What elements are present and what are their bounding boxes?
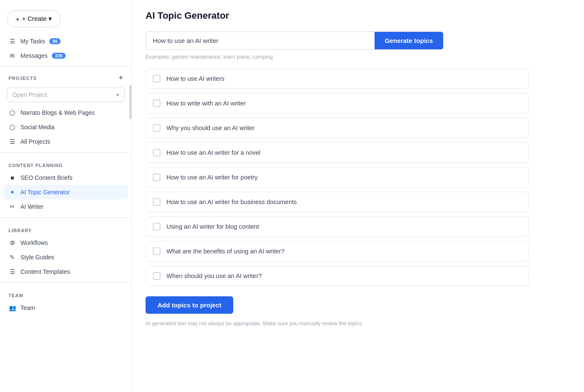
seo-icon: ■ [9, 174, 16, 182]
team-label: TEAM [0, 286, 132, 301]
sidebar-item-seo-content-briefs[interactable]: ■ SEO Content Briefs [0, 170, 132, 185]
content-planning-label: CONTENT PLANNING [0, 156, 132, 170]
topic-item[interactable]: How to use an AI writer for business doc… [146, 192, 529, 212]
project-dropdown-placeholder: Open Project [12, 91, 47, 98]
topic-checkbox[interactable] [153, 223, 160, 230]
search-bar: Generate topics [146, 31, 444, 50]
topic-item[interactable]: Why you should use an AI writer [146, 118, 529, 138]
sidebar-item-workflows[interactable]: ⚙ Workflows [0, 236, 132, 250]
ai-topic-label: AI Topic Generator [20, 189, 70, 196]
content-templates-icon: ☰ [9, 268, 16, 276]
sidebar-item-ai-writer[interactable]: ✂ AI Writer [0, 199, 132, 214]
all-projects-label: All Projects [20, 138, 50, 145]
chevron-down-icon: ▾ [116, 91, 119, 98]
library-label: LIBRARY [0, 221, 132, 236]
narrato-label: Narrato Blogs & Web Pages [20, 109, 95, 116]
page-title: AI Topic Generator [146, 10, 570, 21]
plus-icon: + [16, 15, 20, 23]
topic-item[interactable]: How to write with an AI writer [146, 93, 529, 114]
topic-text: Why you should use an AI writer [166, 125, 255, 131]
sidebar-item-ai-topic-generator[interactable]: ✦ AI Topic Generator [3, 185, 128, 199]
topic-text: How to use an AI writer for business doc… [166, 199, 297, 205]
tasks-icon: ☰ [9, 37, 16, 45]
workflows-icon: ⚙ [9, 239, 16, 247]
topic-text: How to use an AI writer for poetry [166, 174, 258, 181]
examples-text: Examples: garden maintenance, learn pian… [146, 54, 570, 60]
topic-text: How to use an AI writer for a novel [166, 149, 261, 156]
social-media-label: Social Media [20, 124, 54, 131]
team-icon: 👥 [9, 304, 16, 312]
messages-icon: ✉ [9, 52, 16, 60]
topic-item[interactable]: How to use an AI writer for poetry [146, 167, 529, 187]
topic-checkbox[interactable] [153, 99, 160, 107]
sidebar-item-social-media[interactable]: ⬡ Social Media [0, 120, 132, 134]
add-project-icon[interactable]: + [118, 74, 123, 82]
all-projects-icon: ☰ [9, 138, 16, 145]
style-guides-label: Style Guides [20, 254, 54, 261]
topic-checkbox[interactable] [153, 75, 160, 82]
ai-writer-icon: ✂ [9, 203, 16, 210]
messages-label: Messages [20, 52, 48, 59]
main-content: AI Topic Generator Generate topics Examp… [132, 0, 584, 392]
ai-writer-label: AI Writer [20, 203, 43, 210]
ai-topic-icon: ✦ [9, 188, 16, 196]
topic-text: How to use AI writers [166, 75, 224, 82]
create-label: + Create ▾ [22, 15, 52, 23]
topic-text: Using an AI writer for blog content [166, 223, 259, 230]
projects-section-label: PROJECTS [9, 76, 37, 81]
my-tasks-badge: 86 [49, 38, 60, 44]
topic-checkbox[interactable] [153, 247, 160, 255]
topic-text: When should you use an AI writer? [166, 273, 262, 279]
search-input[interactable] [146, 32, 375, 49]
sidebar-item-all-projects[interactable]: ☰ All Projects [0, 134, 132, 149]
topic-text: How to write with an AI writer [166, 100, 246, 107]
sidebar-item-style-guides[interactable]: ✎ Style Guides [0, 250, 132, 264]
topic-item[interactable]: When should you use an AI writer? [146, 266, 529, 286]
my-tasks-label: My Tasks [20, 38, 45, 45]
disclaimer-text: AI generated text may not always be appr… [146, 321, 570, 327]
create-button[interactable]: + + Create ▾ [7, 10, 61, 27]
sidebar: + + Create ▾ ☰ My Tasks 86 ✉ Messages 33… [0, 0, 132, 392]
workflows-label: Workflows [20, 239, 48, 246]
messages-badge: 336 [52, 53, 66, 59]
topic-item[interactable]: What are the benefits of using an AI wri… [146, 241, 529, 261]
topic-text: What are the benefits of using an AI wri… [166, 248, 284, 255]
seo-label: SEO Content Briefs [20, 174, 72, 181]
topic-item[interactable]: How to use an AI writer for a novel [146, 142, 529, 163]
sidebar-item-my-tasks[interactable]: ☰ My Tasks 86 [0, 34, 132, 48]
topic-checkbox[interactable] [153, 124, 160, 132]
social-media-icon: ⬡ [9, 123, 16, 131]
sidebar-item-content-templates[interactable]: ☰ Content Templates [0, 264, 132, 279]
topic-checkbox[interactable] [153, 149, 160, 156]
narrato-icon: ⬡ [9, 109, 16, 116]
topic-list: How to use AI writers How to write with … [146, 68, 529, 286]
topic-checkbox[interactable] [153, 173, 160, 181]
topic-checkbox[interactable] [153, 198, 160, 206]
topic-item[interactable]: Using an AI writer for blog content [146, 216, 529, 237]
topic-item[interactable]: How to use AI writers [146, 68, 529, 89]
project-dropdown[interactable]: Open Project ▾ [7, 88, 125, 102]
sidebar-item-messages[interactable]: ✉ Messages 336 [0, 48, 132, 63]
generate-topics-button[interactable]: Generate topics [375, 32, 443, 49]
topic-checkbox[interactable] [153, 272, 160, 280]
sidebar-item-team[interactable]: 👥 Team [0, 301, 132, 315]
team-label: Team [20, 304, 35, 311]
add-topics-button[interactable]: Add topics to project [146, 296, 233, 314]
content-templates-label: Content Templates [20, 268, 70, 275]
style-guides-icon: ✎ [9, 253, 16, 261]
sidebar-item-narrato-blogs[interactable]: ⬡ Narrato Blogs & Web Pages [0, 105, 132, 120]
